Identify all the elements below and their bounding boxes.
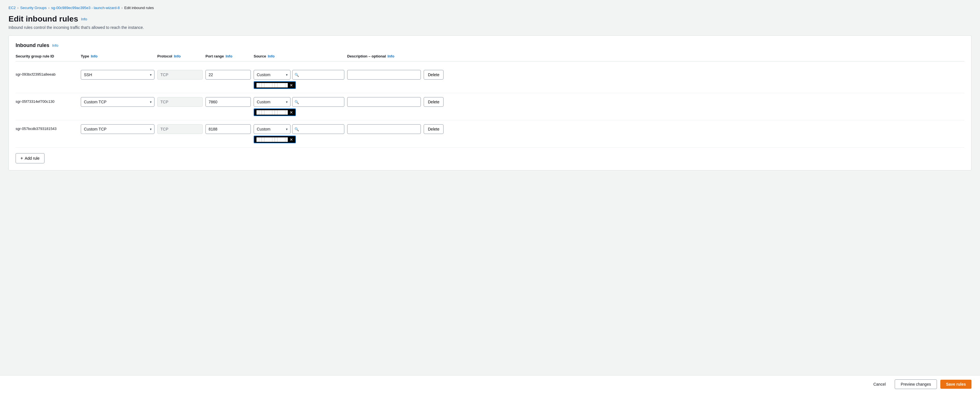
- breadcrumb-sep-2: ›: [48, 6, 49, 10]
- type-select-0[interactable]: SSHCustom TCPCustom UDPHTTPHTTPSAll traf…: [81, 70, 154, 79]
- protocol-field-0: [157, 70, 203, 79]
- breadcrumb-security-groups[interactable]: Security Groups: [20, 6, 46, 10]
- port-range-input-0[interactable]: [205, 70, 251, 79]
- description-field-2: [347, 124, 421, 134]
- page-subtitle: Inbound rules control the incoming traff…: [8, 25, 972, 30]
- col-header-protocol: Protocol Info: [157, 54, 203, 58]
- source-select-wrapper-1: CustomAnywhere-IPv4Anywhere-IPv6My IP ▼: [254, 97, 291, 107]
- search-input-wrapper-1: 🔍: [292, 97, 344, 107]
- tag-remove-button-1[interactable]: ✕: [290, 111, 293, 114]
- add-rule-button[interactable]: + Add rule: [16, 153, 45, 163]
- source-search-input-1[interactable]: [292, 97, 344, 107]
- page-info-link[interactable]: Info: [81, 17, 87, 21]
- protocol-input-1: [157, 97, 203, 107]
- col-protocol-info[interactable]: Info: [174, 54, 181, 58]
- tag-item-1: ████████████ ✕: [254, 108, 296, 116]
- tag-row-1: ████████████ ✕: [254, 108, 344, 116]
- source-type-select-0[interactable]: CustomAnywhere-IPv4Anywhere-IPv6My IP: [254, 70, 291, 79]
- col-header-source: Source Info: [254, 54, 344, 58]
- delete-button-2[interactable]: Delete: [424, 124, 444, 134]
- port-range-input-1[interactable]: [205, 97, 251, 107]
- col-header-type: Type Info: [81, 54, 154, 58]
- type-select-wrapper-2: SSHCustom TCPCustom UDPHTTPHTTPSAll traf…: [81, 124, 154, 134]
- col-description-info[interactable]: Info: [388, 54, 395, 58]
- rule-id-2: sgr-057bcdb3793181543: [16, 124, 78, 131]
- tag-value-0: ████████████: [256, 83, 288, 87]
- add-icon: +: [21, 156, 23, 161]
- protocol-input-2: [157, 124, 203, 134]
- tag-item-2: ████████████ ✕: [254, 136, 296, 143]
- type-select-1[interactable]: SSHCustom TCPCustom UDPHTTPHTTPSAll traf…: [81, 97, 154, 107]
- tag-item-0: ████████████ ✕: [254, 81, 296, 89]
- source-select-wrapper-0: CustomAnywhere-IPv4Anywhere-IPv6My IP ▼: [254, 70, 291, 79]
- breadcrumb-sg-link[interactable]: sg-00c989ec99ac395e3 - launch-wizard-8: [51, 6, 120, 10]
- source-type-select-2[interactable]: CustomAnywhere-IPv4Anywhere-IPv6My IP: [254, 124, 291, 134]
- page-title: Edit inbound rules: [8, 14, 78, 24]
- col-port-info[interactable]: Info: [226, 54, 232, 58]
- search-input-wrapper-0: 🔍: [292, 70, 344, 79]
- tag-row-0: ████████████ ✕: [254, 81, 344, 89]
- tag-remove-button-0[interactable]: ✕: [290, 83, 293, 87]
- col-header-description: Description – optional Info: [347, 54, 421, 58]
- table-row: sgr-093bcf23951a8eeab SSHCustom TCPCusto…: [16, 66, 964, 93]
- rules-container: sgr-093bcf23951a8eeab SSHCustom TCPCusto…: [16, 66, 964, 147]
- col-header-actions: [424, 54, 455, 58]
- port-range-field-1: [205, 97, 251, 107]
- panel-info-link[interactable]: Info: [52, 43, 58, 48]
- inbound-rules-panel: Inbound rules Info Security group rule I…: [8, 35, 972, 170]
- search-input-wrapper-2: 🔍: [292, 124, 344, 134]
- delete-button-1[interactable]: Delete: [424, 97, 444, 107]
- delete-cell-2: Delete: [424, 124, 455, 134]
- table-row: sgr-057bcdb3793181543 SSHCustom TCPCusto…: [16, 120, 964, 147]
- source-col-1: CustomAnywhere-IPv4Anywhere-IPv6My IP ▼ …: [254, 97, 344, 116]
- description-field-0: [347, 70, 421, 79]
- footer-bar: Cancel Preview changes Save rules: [0, 375, 980, 393]
- rule-id-1: sgr-05f73314ef700c130: [16, 97, 78, 104]
- type-select-2[interactable]: SSHCustom TCPCustom UDPHTTPHTTPSAll traf…: [81, 124, 154, 134]
- delete-cell-0: Delete: [424, 70, 455, 79]
- breadcrumb-current: Edit inbound rules: [124, 6, 154, 10]
- source-select-wrapper-2: CustomAnywhere-IPv4Anywhere-IPv6My IP ▼: [254, 124, 291, 134]
- breadcrumb-sep-3: ›: [122, 6, 123, 10]
- tag-value-2: ████████████: [256, 137, 288, 141]
- description-input-0[interactable]: [347, 70, 421, 79]
- port-range-field-0: [205, 70, 251, 79]
- col-source-info[interactable]: Info: [268, 54, 275, 58]
- protocol-field-1: [157, 97, 203, 107]
- tag-remove-button-2[interactable]: ✕: [290, 138, 293, 141]
- breadcrumb-sep-1: ›: [17, 6, 18, 10]
- add-rule-label: Add rule: [25, 156, 40, 160]
- source-col-0: CustomAnywhere-IPv4Anywhere-IPv6My IP ▼ …: [254, 70, 344, 89]
- rule-id-0: sgr-093bcf23951a8eeab: [16, 70, 78, 76]
- tag-row-2: ████████████ ✕: [254, 136, 344, 143]
- source-type-select-1[interactable]: CustomAnywhere-IPv4Anywhere-IPv6My IP: [254, 97, 291, 107]
- source-search-input-0[interactable]: [292, 70, 344, 79]
- col-type-info[interactable]: Info: [91, 54, 97, 58]
- cancel-button[interactable]: Cancel: [868, 380, 892, 389]
- type-select-wrapper-0: SSHCustom TCPCustom UDPHTTPHTTPSAll traf…: [81, 70, 154, 79]
- table-row: sgr-05f73314ef700c130 SSHCustom TCPCusto…: [16, 93, 964, 120]
- col-header-rule-id: Security group rule ID: [16, 54, 78, 58]
- description-input-2[interactable]: [347, 124, 421, 134]
- description-field-1: [347, 97, 421, 107]
- type-select-wrapper-1: SSHCustom TCPCustom UDPHTTPHTTPSAll traf…: [81, 97, 154, 107]
- source-col-2: CustomAnywhere-IPv4Anywhere-IPv6My IP ▼ …: [254, 124, 344, 143]
- preview-changes-button[interactable]: Preview changes: [895, 379, 937, 389]
- save-rules-button[interactable]: Save rules: [940, 380, 972, 389]
- panel-title: Inbound rules: [16, 43, 49, 48]
- delete-button-0[interactable]: Delete: [424, 70, 444, 79]
- source-search-input-2[interactable]: [292, 124, 344, 134]
- table-header: Security group rule ID Type Info Protoco…: [16, 54, 964, 62]
- col-header-port-range: Port range Info: [205, 54, 251, 58]
- protocol-field-2: [157, 124, 203, 134]
- description-input-1[interactable]: [347, 97, 421, 107]
- port-range-field-2: [205, 124, 251, 134]
- breadcrumb: EC2 › Security Groups › sg-00c989ec99ac3…: [8, 6, 972, 10]
- protocol-input-0: [157, 70, 203, 79]
- tag-value-1: ████████████: [256, 110, 288, 114]
- port-range-input-2[interactable]: [205, 124, 251, 134]
- delete-cell-1: Delete: [424, 97, 455, 107]
- breadcrumb-ec2[interactable]: EC2: [8, 6, 16, 10]
